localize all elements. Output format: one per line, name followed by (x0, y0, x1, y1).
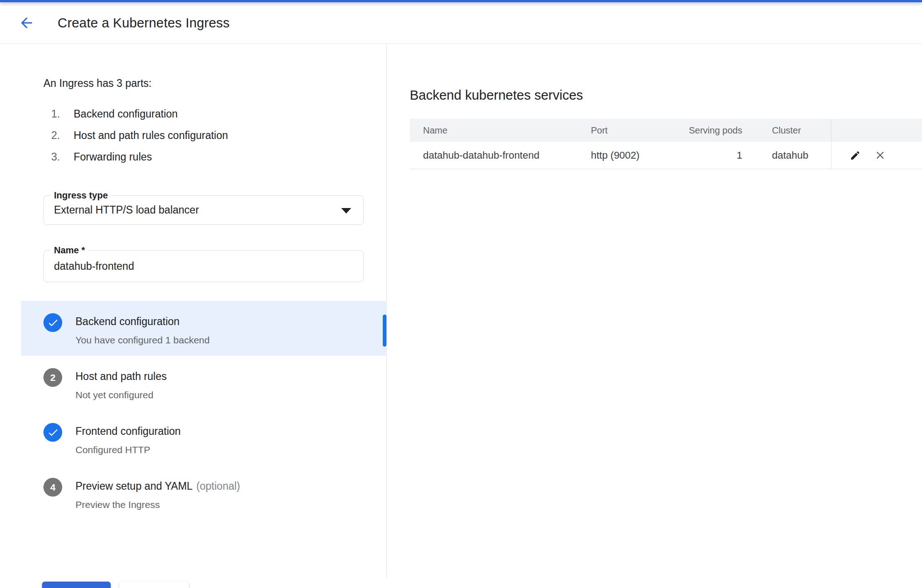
name-input[interactable] (54, 251, 353, 282)
column-header-name: Name (410, 125, 577, 136)
arrow-back-icon (18, 15, 35, 31)
step-number-badge: 4 (43, 478, 62, 497)
column-header-serving-pods: Serving pods (664, 125, 754, 136)
list-item-number: 3. (51, 151, 66, 163)
step-subtitle: Configured HTTP (75, 444, 150, 456)
list-item: 3. Forwarding rules (43, 146, 341, 168)
step-frontend-configuration[interactable]: Frontend configuration Configured HTTP (21, 411, 387, 465)
column-header-port: Port (577, 125, 664, 136)
list-item-label: Forwarding rules (74, 151, 152, 163)
edit-backend-button[interactable] (845, 145, 865, 166)
intro-list: 1. Backend configuration 2. Host and pat… (43, 103, 341, 168)
cell-cluster: datahub (754, 150, 831, 161)
list-item-label: Backend configuration (74, 108, 178, 120)
optional-label: (optional) (196, 480, 240, 492)
step-backend-configuration[interactable]: Backend configuration You have configure… (21, 301, 387, 356)
list-item-label: Host and path rules configuration (74, 129, 228, 142)
cell-serving-pods: 1 (664, 150, 754, 161)
backend-services-panel: Backend kubernetes services Name Port Se… (387, 44, 922, 588)
step-host-and-path-rules[interactable]: 2 Host and path rules Not yet configured (21, 356, 387, 411)
column-header-actions (831, 119, 922, 142)
cell-port: http (9002) (577, 150, 664, 161)
step-preview-setup-yaml[interactable]: 4 Preview setup and YAML(optional) Previ… (21, 465, 387, 520)
list-item-number: 1. (51, 108, 66, 120)
steps-list: Backend configuration You have configure… (21, 301, 387, 520)
cell-actions (831, 142, 922, 169)
ingress-type-value: External HTTP/S load balancer (54, 196, 199, 225)
ingress-form-panel: An Ingress has 3 parts: 1. Backend confi… (0, 44, 387, 577)
top-app-bar-edge (0, 0, 922, 2)
step-title: Frontend configuration (75, 424, 181, 438)
create-ingress-screen: Create a Kubernetes Ingress An Ingress h… (0, 0, 922, 588)
cancel-button[interactable]: CANCEL (119, 582, 189, 588)
create-button[interactable]: CREATE (42, 582, 111, 588)
remove-backend-button[interactable] (870, 145, 890, 166)
close-icon (874, 149, 886, 161)
left-panel-scrollbar-thumb[interactable] (383, 315, 386, 347)
list-item: 1. Backend configuration (43, 103, 341, 125)
step-title: Host and path rules (75, 369, 166, 383)
step-subtitle: Not yet configured (75, 389, 153, 401)
step-title: Backend configuration (75, 315, 180, 328)
dropdown-arrow-icon (341, 208, 351, 214)
step-subtitle: You have configured 1 backend (75, 334, 209, 347)
ingress-type-select[interactable]: Ingress type External HTTP/S load balanc… (43, 195, 364, 225)
page-header: Create a Kubernetes Ingress (0, 2, 922, 44)
backend-services-heading: Backend kubernetes services (410, 88, 583, 103)
intro-section: An Ingress has 3 parts: 1. Backend confi… (43, 76, 341, 168)
pencil-icon (850, 150, 861, 161)
list-item: 2. Host and path rules configuration (43, 125, 341, 146)
check-circle-icon (43, 423, 62, 442)
name-field: Name * (43, 250, 364, 282)
back-button[interactable] (16, 12, 38, 34)
cell-service-name: datahub-datahub-frontend (410, 150, 577, 161)
backend-services-table: Name Port Serving pods Cluster datahub-d… (410, 119, 922, 169)
table-header-row: Name Port Serving pods Cluster (410, 119, 922, 142)
page-title: Create a Kubernetes Ingress (58, 16, 230, 31)
table-row: datahub-datahub-frontend http (9002) 1 d… (410, 142, 922, 169)
list-item-number: 2. (51, 129, 66, 142)
step-number-badge: 2 (43, 368, 62, 387)
step-subtitle: Preview the Ingress (75, 498, 160, 511)
check-circle-icon (43, 313, 62, 332)
intro-heading: An Ingress has 3 parts: (43, 76, 341, 91)
step-title: Preview setup and YAML(optional) (75, 479, 240, 493)
column-header-cluster: Cluster (754, 125, 831, 136)
